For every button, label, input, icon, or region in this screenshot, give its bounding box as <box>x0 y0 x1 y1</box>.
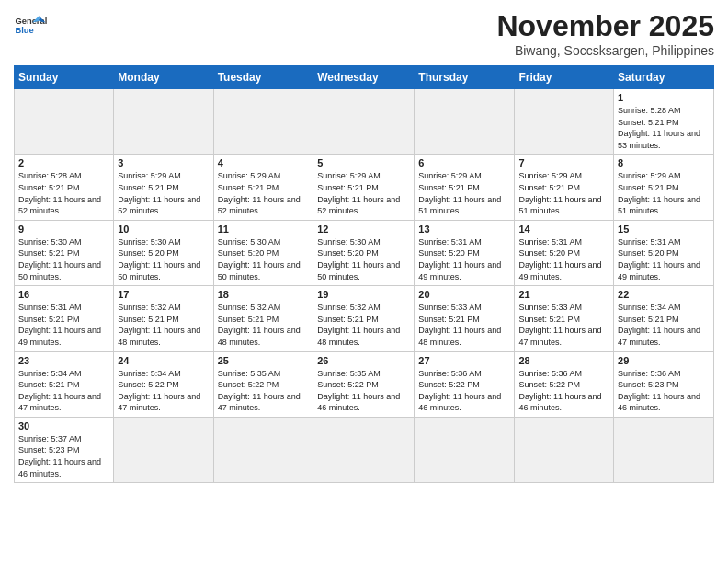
table-row: 1Sunrise: 5:28 AM Sunset: 5:21 PM Daylig… <box>614 89 714 155</box>
col-wednesday: Wednesday <box>313 66 415 89</box>
day-info: Sunrise: 5:33 AM Sunset: 5:21 PM Dayligh… <box>418 302 510 348</box>
col-sunday: Sunday <box>15 66 114 89</box>
day-number: 10 <box>118 224 209 235</box>
day-info: Sunrise: 5:32 AM Sunset: 5:21 PM Dayligh… <box>317 302 410 348</box>
day-number: 18 <box>218 289 310 300</box>
day-info: Sunrise: 5:36 AM Sunset: 5:23 PM Dayligh… <box>618 368 710 414</box>
col-saturday: Saturday <box>614 66 714 89</box>
day-number: 24 <box>118 355 209 366</box>
table-row: 15Sunrise: 5:31 AM Sunset: 5:20 PM Dayli… <box>614 220 714 285</box>
table-row <box>313 89 415 155</box>
table-row: 22Sunrise: 5:34 AM Sunset: 5:21 PM Dayli… <box>614 286 714 351</box>
title-block: November 2025 Biwang, Soccsksargen, Phil… <box>496 9 714 58</box>
day-number: 12 <box>317 224 410 235</box>
day-info: Sunrise: 5:30 AM Sunset: 5:20 PM Dayligh… <box>218 236 310 282</box>
day-number: 15 <box>618 224 710 235</box>
day-number: 4 <box>218 157 310 168</box>
table-row: 11Sunrise: 5:30 AM Sunset: 5:20 PM Dayli… <box>213 220 313 285</box>
day-info: Sunrise: 5:36 AM Sunset: 5:22 PM Dayligh… <box>518 368 609 414</box>
day-info: Sunrise: 5:30 AM Sunset: 5:20 PM Dayligh… <box>317 236 410 282</box>
day-number: 23 <box>18 355 109 366</box>
day-info: Sunrise: 5:32 AM Sunset: 5:21 PM Dayligh… <box>218 302 310 348</box>
day-number: 5 <box>317 157 410 168</box>
day-info: Sunrise: 5:31 AM Sunset: 5:20 PM Dayligh… <box>518 236 609 282</box>
calendar: Sunday Monday Tuesday Wednesday Thursday… <box>14 65 714 483</box>
day-info: Sunrise: 5:28 AM Sunset: 5:21 PM Dayligh… <box>618 105 710 151</box>
col-friday: Friday <box>515 66 614 89</box>
table-row: 20Sunrise: 5:33 AM Sunset: 5:21 PM Dayli… <box>415 286 515 351</box>
day-info: Sunrise: 5:29 AM Sunset: 5:21 PM Dayligh… <box>618 170 710 216</box>
day-number: 1 <box>618 92 710 103</box>
day-info: Sunrise: 5:29 AM Sunset: 5:21 PM Dayligh… <box>418 170 510 216</box>
table-row: 28Sunrise: 5:36 AM Sunset: 5:22 PM Dayli… <box>515 351 614 417</box>
day-number: 17 <box>118 289 209 300</box>
day-number: 30 <box>18 420 109 431</box>
day-info: Sunrise: 5:34 AM Sunset: 5:22 PM Dayligh… <box>118 368 209 414</box>
table-row: 29Sunrise: 5:36 AM Sunset: 5:23 PM Dayli… <box>614 351 714 417</box>
table-row: 16Sunrise: 5:31 AM Sunset: 5:21 PM Dayli… <box>15 286 114 351</box>
day-info: Sunrise: 5:34 AM Sunset: 5:21 PM Dayligh… <box>18 368 109 414</box>
table-row: 4Sunrise: 5:29 AM Sunset: 5:21 PM Daylig… <box>213 155 313 220</box>
day-info: Sunrise: 5:29 AM Sunset: 5:21 PM Dayligh… <box>317 170 410 216</box>
table-row: 7Sunrise: 5:29 AM Sunset: 5:21 PM Daylig… <box>515 155 614 220</box>
table-row: 14Sunrise: 5:31 AM Sunset: 5:20 PM Dayli… <box>515 220 614 285</box>
table-row: 3Sunrise: 5:29 AM Sunset: 5:21 PM Daylig… <box>114 155 213 220</box>
table-row <box>213 89 313 155</box>
col-tuesday: Tuesday <box>213 66 313 89</box>
day-number: 28 <box>518 355 609 366</box>
day-number: 25 <box>218 355 310 366</box>
table-row: 10Sunrise: 5:30 AM Sunset: 5:20 PM Dayli… <box>114 220 213 285</box>
location: Biwang, Soccsksargen, Philippines <box>496 43 714 58</box>
logo: General Blue <box>14 9 47 42</box>
table-row <box>415 417 515 482</box>
table-row: 30Sunrise: 5:37 AM Sunset: 5:23 PM Dayli… <box>15 417 114 482</box>
day-info: Sunrise: 5:36 AM Sunset: 5:22 PM Dayligh… <box>418 368 510 414</box>
table-row: 24Sunrise: 5:34 AM Sunset: 5:22 PM Dayli… <box>114 351 213 417</box>
day-info: Sunrise: 5:30 AM Sunset: 5:21 PM Dayligh… <box>18 236 109 282</box>
day-info: Sunrise: 5:35 AM Sunset: 5:22 PM Dayligh… <box>317 368 410 414</box>
day-number: 13 <box>418 224 510 235</box>
table-row <box>614 417 714 482</box>
svg-text:Blue: Blue <box>15 26 33 35</box>
table-row: 6Sunrise: 5:29 AM Sunset: 5:21 PM Daylig… <box>415 155 515 220</box>
table-row: 23Sunrise: 5:34 AM Sunset: 5:21 PM Dayli… <box>15 351 114 417</box>
table-row: 27Sunrise: 5:36 AM Sunset: 5:22 PM Dayli… <box>415 351 515 417</box>
day-info: Sunrise: 5:31 AM Sunset: 5:20 PM Dayligh… <box>618 236 710 282</box>
table-row <box>114 89 213 155</box>
day-number: 29 <box>618 355 710 366</box>
day-number: 22 <box>618 289 710 300</box>
table-row <box>313 417 415 482</box>
table-row: 8Sunrise: 5:29 AM Sunset: 5:21 PM Daylig… <box>614 155 714 220</box>
table-row: 18Sunrise: 5:32 AM Sunset: 5:21 PM Dayli… <box>213 286 313 351</box>
table-row <box>15 89 114 155</box>
table-row: 25Sunrise: 5:35 AM Sunset: 5:22 PM Dayli… <box>213 351 313 417</box>
day-info: Sunrise: 5:32 AM Sunset: 5:21 PM Dayligh… <box>118 302 209 348</box>
table-row: 26Sunrise: 5:35 AM Sunset: 5:22 PM Dayli… <box>313 351 415 417</box>
day-info: Sunrise: 5:33 AM Sunset: 5:21 PM Dayligh… <box>518 302 609 348</box>
day-number: 20 <box>418 289 510 300</box>
table-row <box>213 417 313 482</box>
day-info: Sunrise: 5:30 AM Sunset: 5:20 PM Dayligh… <box>118 236 209 282</box>
day-number: 6 <box>418 157 510 168</box>
table-row: 9Sunrise: 5:30 AM Sunset: 5:21 PM Daylig… <box>15 220 114 285</box>
day-info: Sunrise: 5:29 AM Sunset: 5:21 PM Dayligh… <box>218 170 310 216</box>
day-number: 16 <box>18 289 109 300</box>
day-info: Sunrise: 5:35 AM Sunset: 5:22 PM Dayligh… <box>218 368 310 414</box>
day-info: Sunrise: 5:28 AM Sunset: 5:21 PM Dayligh… <box>18 170 109 216</box>
day-number: 2 <box>18 157 109 168</box>
day-info: Sunrise: 5:29 AM Sunset: 5:21 PM Dayligh… <box>118 170 209 216</box>
table-row: 21Sunrise: 5:33 AM Sunset: 5:21 PM Dayli… <box>515 286 614 351</box>
day-number: 14 <box>518 224 609 235</box>
day-info: Sunrise: 5:31 AM Sunset: 5:20 PM Dayligh… <box>418 236 510 282</box>
table-row: 5Sunrise: 5:29 AM Sunset: 5:21 PM Daylig… <box>313 155 415 220</box>
day-number: 8 <box>618 157 710 168</box>
table-row: 12Sunrise: 5:30 AM Sunset: 5:20 PM Dayli… <box>313 220 415 285</box>
table-row <box>415 89 515 155</box>
day-info: Sunrise: 5:37 AM Sunset: 5:23 PM Dayligh… <box>18 433 109 479</box>
month-title: November 2025 <box>496 9 714 43</box>
col-thursday: Thursday <box>415 66 515 89</box>
table-row <box>515 89 614 155</box>
calendar-header-row: Sunday Monday Tuesday Wednesday Thursday… <box>15 66 714 89</box>
table-row: 13Sunrise: 5:31 AM Sunset: 5:20 PM Dayli… <box>415 220 515 285</box>
table-row <box>515 417 614 482</box>
